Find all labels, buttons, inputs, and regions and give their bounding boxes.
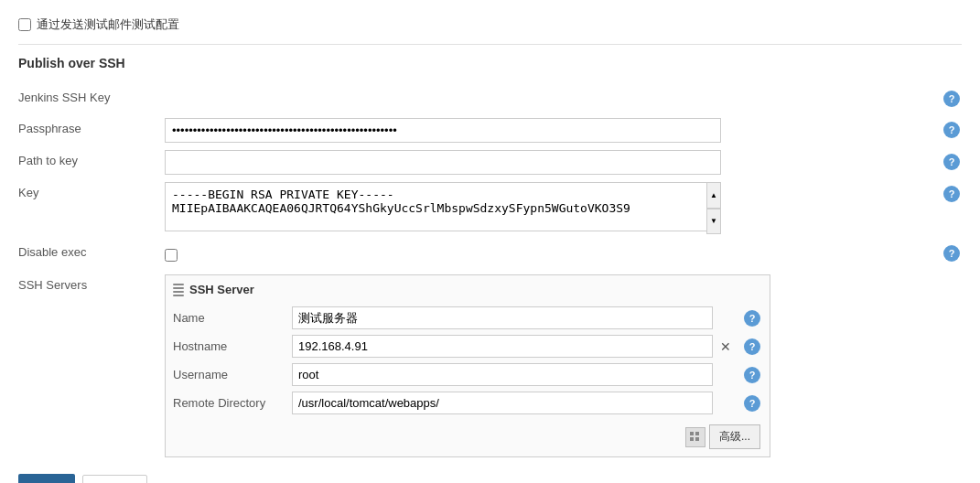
username-help-icon[interactable]: ? [744, 367, 760, 383]
test-email-checkbox[interactable] [18, 18, 31, 31]
path-to-key-label: Path to key [18, 146, 165, 178]
server-name-label: Name [173, 304, 292, 332]
path-to-key-help-icon[interactable]: ? [943, 154, 960, 170]
key-textarea-scroll-down[interactable]: ▼ [706, 209, 721, 235]
key-textarea-scroll-up[interactable]: ▲ [706, 182, 721, 209]
advanced-icon[interactable] [685, 427, 705, 447]
disable-exec-checkbox[interactable] [165, 249, 178, 262]
disable-exec-help-icon[interactable]: ? [943, 245, 960, 262]
hostname-label: Hostname [173, 332, 292, 360]
remote-dir-help-icon[interactable]: ? [744, 395, 760, 412]
advanced-button[interactable]: 高级... [709, 424, 760, 449]
server-name-help-icon[interactable]: ? [744, 310, 760, 327]
publish-section-title: Publish over SSH [18, 56, 962, 70]
passphrase-help-icon[interactable]: ? [943, 122, 960, 138]
save-button[interactable]: 保存 [18, 474, 75, 483]
key-label: Key [18, 178, 165, 238]
svg-rect-3 [695, 437, 699, 441]
drag-handle[interactable] [173, 284, 184, 296]
svg-rect-2 [690, 437, 694, 441]
remote-dir-label: Remote Directory [173, 389, 292, 417]
svg-rect-0 [690, 432, 694, 435]
key-help-icon[interactable]: ? [943, 186, 960, 202]
passphrase-input[interactable] [165, 118, 721, 143]
path-to-key-input[interactable] [165, 150, 721, 175]
ssh-servers-container: SSH Server Name ? [165, 274, 770, 457]
ssh-server-header-label: SSH Server [189, 283, 254, 296]
hostname-help-icon[interactable]: ? [744, 338, 760, 355]
username-input[interactable] [292, 363, 713, 386]
remote-dir-input[interactable] [292, 392, 713, 414]
apply-button[interactable]: Apply [82, 475, 147, 484]
jenkins-ssh-key-help-icon[interactable]: ? [943, 91, 960, 107]
test-email-label: 通过发送测试邮件测试配置 [37, 16, 179, 33]
hostname-clear-button[interactable]: ✕ [716, 338, 735, 356]
ssh-servers-label: SSH Servers [18, 269, 165, 461]
username-label: Username [173, 360, 292, 389]
key-textarea[interactable]: -----BEGIN RSA PRIVATE KEY----- MIIEpAIB… [165, 182, 721, 231]
disable-exec-label: Disable exec [18, 238, 165, 269]
jenkins-ssh-key-label: Jenkins SSH Key [18, 83, 165, 114]
passphrase-label: Passphrase [18, 114, 165, 146]
hostname-input[interactable] [292, 335, 713, 358]
svg-rect-1 [695, 432, 699, 435]
server-name-input[interactable] [292, 306, 713, 329]
